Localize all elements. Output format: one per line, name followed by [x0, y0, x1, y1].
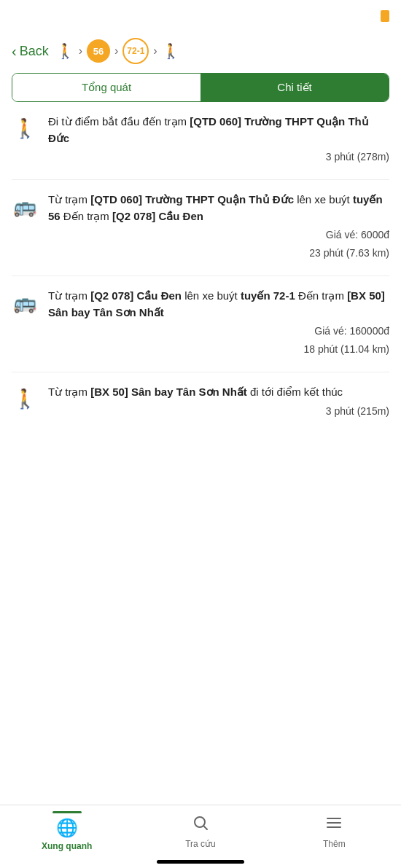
step-2-text: Từ trạm [QTD 060] Trường THPT Quận Thủ Đ…	[48, 193, 383, 222]
step-1-content: Đi từ điểm bắt đầu đến trạm [QTD 060] Tr…	[48, 114, 389, 165]
step-1-meta: 3 phút (278m)	[48, 149, 389, 165]
divider-1	[12, 179, 389, 180]
menu-icon	[325, 814, 343, 836]
arrow-icon-3: ›	[153, 44, 157, 58]
nav-active-bar	[52, 811, 82, 813]
walk-end-icon: 🚶	[162, 42, 180, 60]
bus-icon-step2: 🚌	[12, 193, 38, 219]
battery-icon	[381, 10, 389, 22]
tab-tong-quat[interactable]: Tổng quát	[12, 74, 200, 101]
svg-line-1	[204, 826, 207, 829]
step-2-content: Từ trạm [QTD 060] Trường THPT Quận Thủ Đ…	[48, 192, 389, 261]
nav-tra-cuu-label: Tra cứu	[185, 839, 216, 849]
walk-start-icon: 🚶	[56, 42, 74, 60]
bottom-nav-inner: 🌐 Xung quanh Tra cứu Thêm	[0, 805, 401, 860]
route-badge-72-1: 72-1	[122, 38, 149, 64]
step-3-content: Từ trạm [Q2 078] Cầu Đen lên xe buýt tuy…	[48, 288, 389, 357]
nav-them-label: Thêm	[323, 839, 346, 849]
back-button[interactable]: ‹ Back	[12, 43, 49, 60]
step-4: 🚶 Từ trạm [BX 50] Sân bay Tân Sơn Nhất đ…	[12, 384, 389, 419]
step-2: 🚌 Từ trạm [QTD 060] Trường THPT Quận Thủ…	[12, 192, 389, 261]
step-3-meta-time: 18 phút (11.04 km)	[48, 342, 389, 357]
step-3-meta-price: Giá vé: 160000đ	[48, 324, 389, 339]
walk-icon-step1: 🚶	[12, 115, 38, 141]
walk-icon-step4: 🚶	[12, 386, 38, 412]
step-2-meta-time: 23 phút (7.63 km)	[48, 246, 389, 261]
route-badge-56: 56	[87, 39, 110, 63]
svg-point-0	[195, 817, 205, 827]
status-bar	[0, 0, 401, 32]
divider-2	[12, 275, 389, 276]
nav-tra-cuu[interactable]: Tra cứu	[133, 814, 267, 849]
step-4-content: Từ trạm [BX 50] Sân bay Tân Sơn Nhất đi …	[48, 384, 389, 419]
divider-3	[12, 372, 389, 372]
header: ‹ Back 🚶 › 56 › 72-1 › 🚶	[0, 32, 401, 73]
tab-chi-tiet[interactable]: Chi tiết	[200, 74, 389, 101]
home-indicator	[157, 860, 244, 864]
bus-icon-step3: 🚌	[12, 289, 38, 316]
steps-container: 🚶 Đi từ điểm bắt đầu đến trạm [QTD 060] …	[0, 114, 401, 419]
step-1-text: Đi từ điểm bắt đầu đến trạm [QTD 060] Tr…	[48, 115, 369, 144]
nav-them[interactable]: Thêm	[268, 814, 401, 849]
arrow-icon-1: ›	[79, 44, 82, 58]
globe-icon: 🌐	[56, 818, 78, 838]
arrow-icon-2: ›	[114, 44, 118, 58]
nav-xung-quanh[interactable]: 🌐 Xung quanh	[0, 811, 133, 851]
back-label: Back	[20, 44, 49, 59]
bottom-nav: 🌐 Xung quanh Tra cứu Thêm	[0, 805, 401, 868]
back-chevron-icon: ‹	[12, 43, 17, 60]
step-4-text: Từ trạm [BX 50] Sân bay Tân Sơn Nhất đi …	[48, 386, 343, 398]
nav-xung-quanh-label: Xung quanh	[42, 841, 92, 851]
step-3: 🚌 Từ trạm [Q2 078] Cầu Đen lên xe buýt t…	[12, 288, 389, 357]
step-2-meta-price: Giá vé: 6000đ	[48, 227, 389, 243]
step-3-text: Từ trạm [Q2 078] Cầu Đen lên xe buýt tuy…	[48, 289, 385, 318]
step-1: 🚶 Đi từ điểm bắt đầu đến trạm [QTD 060] …	[12, 114, 389, 165]
search-icon	[192, 814, 209, 836]
step-4-meta: 3 phút (215m)	[48, 404, 389, 419]
route-steps: 🚶 › 56 › 72-1 › 🚶	[56, 38, 180, 64]
tabs-container: Tổng quát Chi tiết	[12, 73, 389, 102]
